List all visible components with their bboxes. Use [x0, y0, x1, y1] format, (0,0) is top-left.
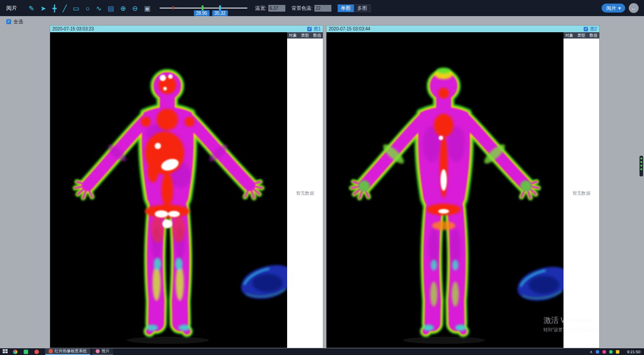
- edge-indicator-dot: [640, 161, 642, 163]
- back-button[interactable]: ←: [629, 3, 639, 13]
- bg-temp-label: 背景色温:: [292, 5, 313, 12]
- sidebar-2-columns: 对象 类型 数值: [564, 32, 599, 38]
- select-all-label: 全选: [13, 18, 23, 25]
- cursor-tool-icon[interactable]: ➤: [41, 5, 47, 12]
- panel-1-body: 对象 类型 数值 暂无数据: [50, 32, 323, 348]
- panel-1-label: 图1: [314, 26, 321, 32]
- sidebar-1-columns: 对象 类型 数值: [287, 32, 323, 38]
- capture-tool-icon[interactable]: ▣: [144, 5, 150, 12]
- app-title: 阅片: [6, 4, 17, 12]
- taskbar-window-photos[interactable]: 照片: [92, 348, 113, 355]
- taskbar-app-icon-1[interactable]: [13, 350, 17, 354]
- bg-temp-field[interactable]: 22: [314, 5, 331, 12]
- edge-indicator[interactable]: [640, 156, 643, 176]
- column-object: 对象: [289, 33, 297, 38]
- edge-indicator-dot: [640, 165, 642, 167]
- panel-1-checkbox[interactable]: [307, 27, 312, 31]
- multi-image-button[interactable]: 多图: [354, 4, 371, 12]
- empty-data-text-1: 暂无数据: [287, 38, 323, 348]
- edge-indicator-dot: [640, 158, 642, 159]
- thermal-figure-front: [50, 32, 287, 348]
- select-all[interactable]: 全选: [6, 18, 23, 25]
- column-value: 数值: [589, 33, 597, 38]
- panel-1-header: 2020-07-15 03:03:23 图1: [50, 26, 323, 32]
- temp-width-field[interactable]: 6.37: [268, 5, 285, 12]
- measurement-sidebar-1: 对象 类型 数值 暂无数据: [287, 32, 323, 348]
- panel-2-label: 图2: [590, 26, 597, 32]
- note-tool-icon[interactable]: ▤: [108, 5, 114, 12]
- pen-tool-icon[interactable]: ✎: [29, 5, 34, 12]
- panel-1-header-right: 图1: [307, 26, 321, 32]
- tray-icon-4[interactable]: [616, 350, 619, 354]
- image-panel-1: 2020-07-15 03:03:23 图1 对象 类型 数值 暂无数: [50, 26, 323, 348]
- slider-high-value: 35.32: [212, 10, 228, 16]
- tray-icon-2[interactable]: [602, 350, 606, 354]
- slider-handle-low[interactable]: [202, 5, 203, 10]
- photos-app-icon: [96, 349, 100, 353]
- windows-logo-icon: [3, 351, 5, 353]
- clock[interactable]: 9:21:50: [627, 350, 640, 354]
- empty-data-text-2: 暂无数据: [564, 38, 599, 348]
- tray-icon-1[interactable]: [596, 350, 599, 354]
- zoom-out-icon[interactable]: ⊖: [132, 5, 138, 12]
- taskbar-app-icon-3[interactable]: [34, 350, 39, 354]
- thermal-image-2[interactable]: [326, 32, 564, 348]
- measurement-sidebar-2: 对象 类型 数值 暂无数据: [564, 32, 599, 348]
- tool-group: ✎ ➤ ╋ ╱ ▭ ○ ∿ ▤ ⊕ ⊖ ▣: [29, 5, 151, 12]
- taskbar-window-thermal-app[interactable]: 红外热像检查系统: [45, 348, 90, 355]
- select-all-checkbox[interactable]: [6, 19, 11, 24]
- rect-tool-icon[interactable]: ▭: [73, 5, 79, 12]
- line-tool-icon[interactable]: ╱: [63, 5, 67, 12]
- single-image-button[interactable]: 单图: [338, 4, 354, 12]
- back-arrow-icon: ←: [631, 5, 636, 11]
- edge-indicator-dot: [640, 168, 642, 170]
- temperature-range-slider[interactable]: 28.95 35.32: [160, 0, 247, 16]
- slider-handle-high[interactable]: [219, 5, 221, 10]
- toolbar-right: 阅片 ▾ ←: [602, 3, 644, 13]
- column-object: 对象: [565, 33, 573, 38]
- image-panel-2: 2020-07-15 03:03:44 图2 对象 类型 数值 暂无数: [326, 26, 599, 348]
- tray-chevron-icon[interactable]: ∧: [589, 350, 593, 354]
- thermal-figure-back: [326, 32, 564, 348]
- start-button[interactable]: [3, 349, 8, 354]
- system-tray: ∧ 9:21:50: [589, 350, 644, 354]
- panel-2-body: 对象 类型 数值 暂无数据: [326, 32, 599, 348]
- panel-2-checkbox[interactable]: [584, 27, 588, 31]
- temp-width-label: 温宽:: [255, 5, 267, 12]
- panel-2-header-right: 图2: [584, 26, 597, 32]
- column-value: 数值: [313, 33, 321, 38]
- ellipse-tool-icon[interactable]: ○: [85, 5, 89, 12]
- panel-1-timestamp: 2020-07-15 03:03:23: [52, 26, 94, 31]
- tray-icon-3[interactable]: [609, 350, 613, 354]
- thermal-image-1[interactable]: [50, 32, 287, 348]
- mode-dropdown-label: 阅片: [606, 5, 616, 12]
- crosshair-tool-icon[interactable]: ╋: [52, 5, 56, 12]
- slider-low-value: 28.95: [194, 10, 209, 16]
- column-type: 类型: [577, 33, 585, 38]
- taskbar: 红外热像检查系统 照片 ∧ 9:21:50: [0, 348, 644, 355]
- taskbar-window-2-title: 照片: [102, 348, 110, 354]
- taskbar-app-icon-2[interactable]: [24, 350, 28, 354]
- panel-2-header: 2020-07-15 03:03:44 图2: [326, 26, 599, 32]
- curve-tool-icon[interactable]: ∿: [96, 5, 102, 12]
- column-type: 类型: [301, 33, 309, 38]
- windows-logo-icon: [3, 349, 5, 351]
- mode-dropdown[interactable]: 阅片 ▾: [602, 4, 625, 13]
- chevron-down-icon: ▾: [618, 5, 621, 11]
- panel-2-timestamp: 2020-07-15 03:03:44: [329, 26, 370, 31]
- thermal-app-icon: [49, 349, 53, 353]
- toolbar: 阅片 ✎ ➤ ╋ ╱ ▭ ○ ∿ ▤ ⊕ ⊖ ▣ 28.95 35.32 温宽:…: [0, 0, 644, 16]
- windows-logo-icon: [5, 351, 8, 353]
- slider-tick: [173, 6, 174, 9]
- taskbar-window-1-title: 红外热像检查系统: [55, 348, 87, 354]
- zoom-in-icon[interactable]: ⊕: [120, 5, 126, 12]
- windows-logo-icon: [5, 349, 8, 351]
